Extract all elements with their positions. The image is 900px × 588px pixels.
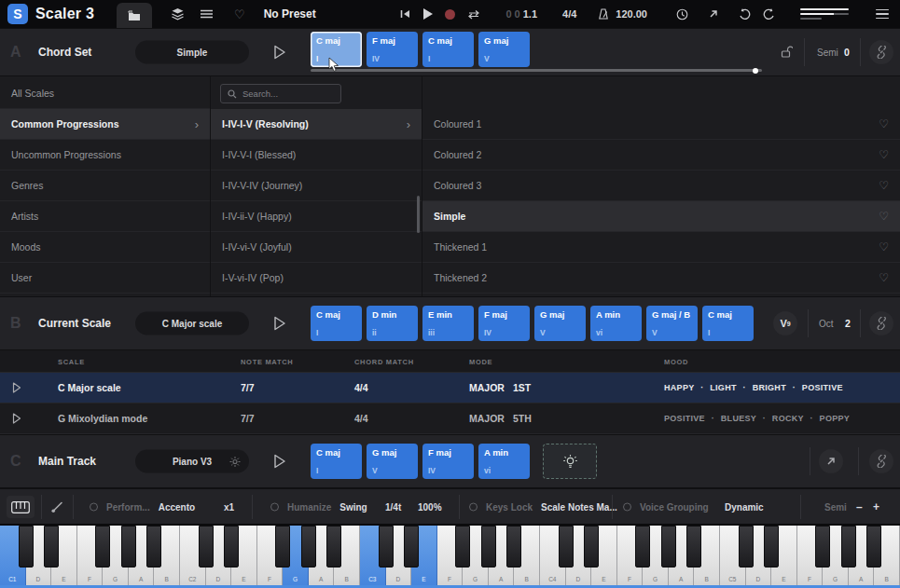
heart-icon[interactable]: ♡ xyxy=(879,179,889,192)
chord-pad[interactable]: G maj V xyxy=(534,306,586,341)
scale-table-row[interactable]: G Mixolydian mode 7/7 4/4 MAJOR5TH POSIT… xyxy=(0,403,900,434)
chord-set-play-button[interactable] xyxy=(273,45,286,60)
scrollbar-knob[interactable] xyxy=(753,68,758,74)
semi-value[interactable]: 0 xyxy=(844,47,850,58)
black-key-21[interactable] xyxy=(559,526,574,567)
black-key-5[interactable] xyxy=(146,526,161,567)
sync-clock-icon[interactable] xyxy=(676,8,688,21)
browser-category-item[interactable]: Common Progressions › xyxy=(0,109,210,140)
browser-progression-item[interactable]: I-IV-I-V (Resolving) › xyxy=(211,109,422,140)
heart-icon[interactable]: ♡ xyxy=(879,117,889,130)
time-signature[interactable]: 4/4 xyxy=(562,8,576,20)
voice-grouping-value[interactable]: Dynamic xyxy=(725,501,764,512)
heart-icon[interactable]: ♡ xyxy=(879,148,889,161)
play-icon[interactable] xyxy=(422,8,433,20)
chord-pad[interactable]: F maj IV xyxy=(478,306,530,341)
black-key-18[interactable] xyxy=(481,526,496,567)
browser-category-item[interactable]: Moods › xyxy=(0,232,210,263)
link-button[interactable] xyxy=(869,449,893,473)
chord-set-selector[interactable]: Simple xyxy=(135,41,249,64)
keyboard-toggle-button[interactable] xyxy=(7,496,35,518)
black-key-25[interactable] xyxy=(661,526,676,567)
browser-progression-item[interactable]: I-IV-ii-V (Happy) › xyxy=(211,201,422,232)
black-key-32[interactable] xyxy=(841,526,856,567)
chord-pad[interactable]: G maj V xyxy=(478,32,530,67)
black-key-19[interactable] xyxy=(506,526,521,567)
browser-variation-item[interactable]: Coloured 3 ♡ xyxy=(422,171,900,201)
skip-start-icon[interactable] xyxy=(400,9,410,19)
link-button[interactable] xyxy=(869,40,893,64)
oct-value[interactable]: 2 xyxy=(845,318,851,329)
chord-pad[interactable]: F maj IV xyxy=(367,32,418,67)
humanize-depth[interactable]: 100% xyxy=(418,501,442,512)
undo-icon[interactable] xyxy=(739,8,751,20)
progressions-scrollbar[interactable] xyxy=(417,196,420,233)
master-volume-slider[interactable] xyxy=(800,8,849,20)
link-button[interactable] xyxy=(869,311,893,335)
preset-name[interactable]: No Preset xyxy=(264,7,316,21)
black-key-14[interactable] xyxy=(379,526,394,567)
black-key-10[interactable] xyxy=(275,526,290,567)
black-key-4[interactable] xyxy=(121,526,136,567)
layers-icon[interactable] xyxy=(171,7,185,21)
voicing-button[interactable]: V9 xyxy=(773,311,797,335)
browser-variation-item[interactable]: Coloured 1 ♡ xyxy=(422,109,900,140)
browser-category-item[interactable]: All Scales › xyxy=(0,78,210,109)
browser-variation-item[interactable]: Coloured 2 ♡ xyxy=(422,140,900,171)
heart-icon[interactable]: ♡ xyxy=(879,210,889,223)
black-key-33[interactable] xyxy=(866,526,881,567)
humanize-rate[interactable]: 1/4t xyxy=(385,501,401,512)
main-track-selector[interactable]: Piano V3 xyxy=(135,450,249,473)
black-key-31[interactable] xyxy=(815,526,830,567)
browser-progression-item[interactable]: I-IV-V-IV (Journey) › xyxy=(211,171,422,201)
suggest-chord-button[interactable] xyxy=(543,444,597,479)
black-key-1[interactable] xyxy=(44,526,59,567)
black-key-24[interactable] xyxy=(635,526,650,567)
black-key-22[interactable] xyxy=(584,526,599,567)
black-key-12[interactable] xyxy=(326,526,341,567)
search-box[interactable] xyxy=(220,84,341,103)
row-play-icon[interactable] xyxy=(12,382,21,393)
perform-multiplier[interactable]: x1 xyxy=(224,501,234,512)
browser-category-item[interactable]: Genres › xyxy=(0,171,210,201)
favorite-heart-icon[interactable]: ♡ xyxy=(234,7,245,21)
chord-pad[interactable]: C maj I xyxy=(422,32,474,67)
heart-icon[interactable]: ♡ xyxy=(879,240,889,253)
lock-open-icon[interactable] xyxy=(780,46,793,59)
heart-icon[interactable]: ♡ xyxy=(879,271,889,284)
black-key-28[interactable] xyxy=(739,526,754,567)
search-input[interactable] xyxy=(242,89,326,99)
gear-icon[interactable] xyxy=(229,456,241,467)
browser-progression-item[interactable]: I-IV-V-I (Blessed) › xyxy=(211,140,422,171)
scale-table-row[interactable]: C Major scale 7/7 4/4 MAJOR1ST HAPPY · L… xyxy=(0,373,900,403)
black-key-3[interactable] xyxy=(95,526,110,567)
perform-toggle[interactable] xyxy=(90,502,98,511)
chord-pad[interactable]: D min ii xyxy=(367,306,418,341)
current-scale-play-button[interactable] xyxy=(273,316,286,331)
detach-arrow-icon[interactable] xyxy=(708,8,719,20)
chord-pad[interactable]: G maj V xyxy=(367,444,418,479)
chord-pad[interactable]: C maj I xyxy=(311,306,362,341)
black-key-7[interactable] xyxy=(199,526,214,567)
chord-pad[interactable]: E min iii xyxy=(422,306,474,341)
settings-menu-icon[interactable] xyxy=(876,9,889,20)
browser-progression-item[interactable]: I-V-vi-IV (Pop) › xyxy=(211,263,422,294)
black-key-11[interactable] xyxy=(301,526,316,567)
black-key-8[interactable] xyxy=(224,526,239,567)
perform-value[interactable]: Accento xyxy=(159,501,195,512)
browser-progression-item[interactable]: I-IV-vi-V (Joyful) › xyxy=(211,232,422,263)
semi-plus-button[interactable]: + xyxy=(873,500,879,513)
black-key-29[interactable] xyxy=(764,526,779,567)
list-menu-icon[interactable] xyxy=(200,9,214,19)
loop-icon[interactable] xyxy=(467,9,480,20)
black-key-0[interactable] xyxy=(19,526,34,567)
keyslock-value[interactable]: Scale Notes Ma... xyxy=(541,501,617,512)
row-play-icon[interactable] xyxy=(12,413,21,424)
detach-button[interactable] xyxy=(819,449,843,473)
current-scale-selector[interactable]: C Major scale xyxy=(135,312,249,335)
browser-variation-item[interactable]: Thickened 2 ♡ xyxy=(422,263,900,294)
tempo-value[interactable]: 120.00 xyxy=(616,8,647,20)
chord-pad[interactable]: G maj / B V xyxy=(646,306,698,341)
chord-pad[interactable]: A min vi xyxy=(590,306,642,341)
redo-icon[interactable] xyxy=(763,8,775,20)
